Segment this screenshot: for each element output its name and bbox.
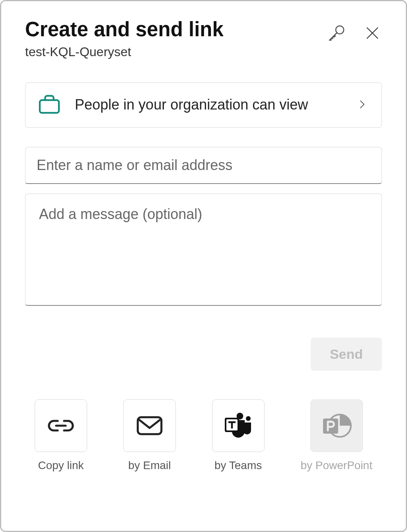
close-icon: [364, 25, 380, 41]
share-label-copy-link: Copy link: [38, 459, 84, 472]
teams-icon: [222, 411, 254, 440]
share-options: Copy link by Email: [25, 399, 382, 472]
share-label-teams: by Teams: [214, 459, 262, 472]
share-label-powerpoint: by PowerPoint: [300, 459, 372, 472]
copy-link-tile: [35, 399, 87, 452]
dialog-title: Create and send link: [25, 18, 325, 41]
teams-tile: [212, 399, 265, 452]
powerpoint-tile: [310, 399, 363, 452]
link-icon: [47, 416, 75, 435]
dialog-subtitle: test-KQL-Queryset: [25, 45, 325, 59]
svg-rect-5: [138, 417, 162, 434]
dialog-header: Create and send link test-KQL-Queryset: [25, 18, 382, 59]
share-dialog: Create and send link test-KQL-Queryset: [0, 0, 407, 532]
key-icon: [327, 23, 346, 43]
svg-rect-3: [40, 100, 59, 113]
powerpoint-icon: [321, 411, 352, 440]
send-button[interactable]: Send: [311, 338, 382, 371]
share-label-email: by Email: [128, 459, 171, 472]
email-tile: [123, 399, 176, 452]
send-row: Send: [25, 338, 382, 371]
permission-text: People in your organization can view: [75, 95, 356, 115]
header-text-block: Create and send link test-KQL-Queryset: [25, 18, 325, 59]
share-option-email[interactable]: by Email: [123, 399, 176, 472]
share-option-teams[interactable]: by Teams: [212, 399, 265, 472]
svg-rect-11: [231, 421, 232, 428]
recipient-input[interactable]: [25, 147, 382, 184]
svg-point-7: [246, 416, 251, 421]
close-button[interactable]: [363, 23, 382, 43]
permission-selector[interactable]: People in your organization can view: [25, 82, 382, 128]
mail-icon: [136, 415, 163, 436]
share-option-powerpoint[interactable]: by PowerPoint: [300, 399, 372, 472]
manage-access-button[interactable]: [325, 22, 348, 44]
header-actions: [325, 18, 382, 44]
message-input[interactable]: [25, 194, 382, 306]
briefcase-icon: [37, 92, 62, 119]
share-option-copy-link[interactable]: Copy link: [35, 399, 87, 472]
chevron-right-icon: [356, 98, 368, 112]
